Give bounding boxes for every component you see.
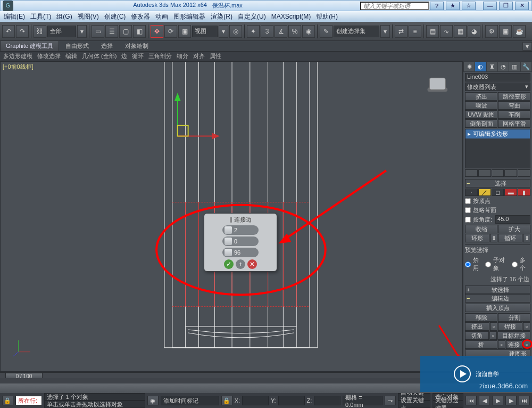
play-next-button[interactable]: ▶ [505, 396, 517, 405]
sub-align[interactable]: 对齐 [191, 52, 207, 61]
btn-bevel[interactable]: 倒角剖面 [465, 119, 497, 128]
menu-help[interactable]: 帮助(H) [313, 12, 340, 21]
angle-snap-toggle[interactable]: ∡ [275, 25, 287, 38]
menu-render[interactable]: 渲染(R) [208, 12, 235, 21]
isolate-toggle[interactable]: ◉ [147, 396, 159, 405]
named-selset-dropdown[interactable]: 创建选择集 [334, 26, 379, 37]
tab-modify[interactable]: ◐ [475, 62, 486, 71]
coord-y[interactable] [278, 396, 305, 405]
object-name-field[interactable]: Line003 [465, 73, 530, 81]
coord-z[interactable] [314, 396, 340, 405]
snap-toggle[interactable]: 3 [261, 25, 273, 38]
btn-chamfer-settings[interactable]: ▫ [489, 331, 497, 340]
pin-stack-button[interactable] [465, 169, 478, 177]
menu-create[interactable]: 创建(C) [102, 12, 129, 21]
btn-ring-spinner[interactable]: ⇕ [490, 234, 497, 242]
scope-arrow-icon[interactable]: ▾ [77, 25, 87, 38]
btn-weld-settings[interactable]: ▫ [523, 322, 530, 331]
tab-utilities[interactable]: 🔧 [521, 62, 531, 71]
render-setup-button[interactable]: ⚙ [485, 25, 498, 38]
btn-target-weld[interactable]: 目标焊接 [497, 331, 530, 340]
select-name-button[interactable]: ☰ [105, 25, 118, 38]
btn-connect[interactable]: 连接 [506, 340, 522, 349]
rect-select-button[interactable]: ▢ [119, 25, 132, 38]
keyfilter-button[interactable]: 关键点过滤器 [433, 401, 463, 408]
sub-loop[interactable]: 循环 [130, 52, 146, 61]
menu-edit[interactable]: 编辑(E) [1, 12, 28, 21]
radio-disable[interactable]: 禁用 [465, 256, 484, 272]
btn-extrude-edge[interactable]: 挤出 [465, 322, 489, 331]
btn-meshsmooth[interactable]: 网格平滑 [498, 119, 530, 128]
spinner-snap-toggle[interactable]: ◉ [302, 25, 315, 38]
btn-remove[interactable]: 移除 [465, 313, 497, 322]
lock-button[interactable]: 🔒 [2, 396, 13, 405]
subobj-border[interactable]: ◻ [492, 189, 504, 196]
btn-extrude[interactable]: 挤出 [465, 92, 497, 101]
chk-byangle[interactable]: 按角度:45.0 [465, 215, 530, 224]
signin-icon[interactable]: ★ [446, 2, 460, 10]
named-selset-arrow-icon[interactable]: ▾ [380, 25, 390, 38]
play-button[interactable]: ▶ [492, 396, 503, 405]
sub-polymodel[interactable]: 多边形建模 [1, 52, 35, 61]
btn-insert-vertex[interactable]: 插入顶点 [465, 304, 530, 312]
schematic-button[interactable]: ▦ [454, 25, 467, 38]
show-end-button[interactable] [478, 169, 491, 177]
maxscript-mini[interactable]: 所在行: [15, 396, 42, 405]
btn-bend[interactable]: 弯曲 [498, 101, 530, 110]
chk-byvertex[interactable]: 按顶点 [465, 197, 530, 205]
ribbon-tab-paint[interactable]: 对象绘制 [119, 40, 154, 52]
mirror-button[interactable]: ⇄ [395, 25, 408, 38]
tab-motion[interactable]: ◔ [498, 62, 509, 71]
refcoord-dropdown[interactable]: 视图 [192, 26, 218, 37]
caddy-cancel-button[interactable]: ✕ [247, 259, 257, 269]
rollout-softsel[interactable]: +软选择 [465, 285, 530, 294]
add-time-tag[interactable]: 添加时间标记 [161, 396, 219, 405]
curve-editor-button[interactable]: ∿ [440, 25, 453, 38]
favorites-icon[interactable]: ☆ [462, 2, 476, 10]
btn-bridge-settings[interactable]: ▫ [498, 340, 505, 349]
play-start-button[interactable]: ⏮ [466, 396, 477, 405]
sub-geom[interactable]: 几何体 (全部) [80, 52, 119, 61]
rotate-button[interactable]: ⟳ [164, 25, 177, 38]
modifier-editable-poly[interactable]: ▸可编辑多边形 [466, 129, 530, 138]
caddy-slide-field[interactable]: 96 [222, 248, 259, 257]
help-icon[interactable]: ? [430, 2, 444, 10]
rendered-frame-button[interactable]: ▣ [499, 25, 512, 38]
render-button[interactable]: ☕ [513, 25, 526, 38]
caddy-segments-field[interactable]: 2 [222, 225, 259, 235]
btn-grow[interactable]: 扩大 [498, 225, 530, 233]
menu-views[interactable]: 视图(V) [75, 12, 102, 21]
select-button[interactable]: ▭ [92, 25, 104, 38]
link-button[interactable]: ⛓ [34, 25, 46, 38]
ribbon-tab-graphite[interactable]: Graphite 建模工具 [0, 40, 59, 52]
tab-create[interactable]: ✺ [464, 62, 475, 71]
modifier-stack[interactable]: ▸可编辑多边形 [465, 129, 530, 168]
btn-extrude-settings[interactable]: ▫ [490, 322, 497, 331]
ribbon-tab-freeform[interactable]: 自由形式 [60, 40, 95, 52]
ribbon-tab-selection[interactable]: 选择 [95, 40, 119, 52]
sub-tri[interactable]: 三角剖分 [146, 52, 174, 61]
unique-button[interactable] [492, 169, 504, 177]
setkey-button[interactable]: 设置关键点 [398, 401, 431, 408]
refcoord-arrow-icon[interactable]: ▾ [219, 25, 228, 38]
menu-maxscript[interactable]: MAXScript(M) [269, 13, 314, 20]
pivot-button[interactable]: ◎ [229, 25, 242, 38]
rollout-selection[interactable]: −选择 [465, 179, 530, 187]
caddy-ok-button[interactable]: ✓ [224, 259, 234, 269]
sub-edge[interactable]: 边 [119, 52, 129, 61]
app-icon[interactable]: G [3, 1, 13, 11]
sub-modifysel[interactable]: 修改选择 [35, 52, 63, 61]
play-prev-button[interactable]: ◀ [479, 396, 490, 405]
redo-button[interactable]: ↷ [16, 25, 29, 38]
btn-pathdeform[interactable]: 路径变形 [498, 92, 530, 101]
menu-tools[interactable]: 工具(T) [28, 12, 54, 21]
material-editor-button[interactable]: ◕ [468, 25, 480, 38]
layers-button[interactable]: ▤ [426, 25, 439, 38]
sub-props[interactable]: 属性 [207, 52, 223, 61]
subobj-edge[interactable]: ／ [478, 189, 491, 196]
scope-dropdown[interactable]: 全部 [47, 26, 76, 37]
connect-edges-caddy[interactable]: ‖ 连接边 2 0 96 ✓ + ✕ [204, 213, 277, 272]
btn-split[interactable]: 分割 [498, 313, 530, 322]
menu-animation[interactable]: 动画 [153, 12, 171, 21]
coord-x[interactable] [242, 396, 269, 405]
